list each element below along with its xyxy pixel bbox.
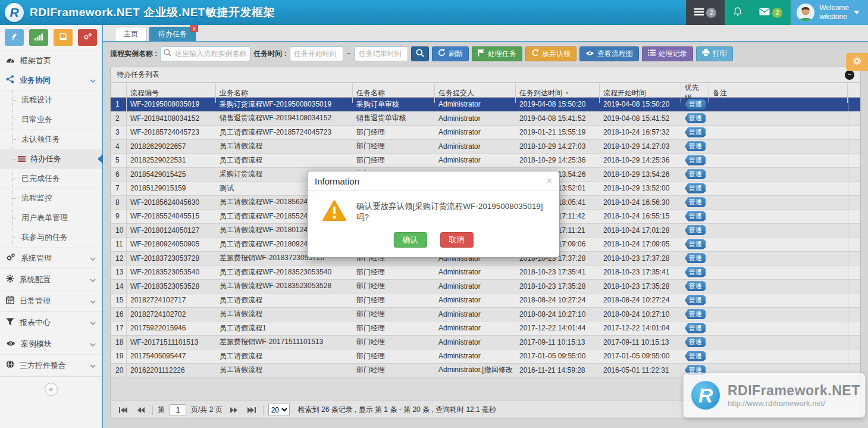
- refresh-button[interactable]: 刷新: [432, 46, 469, 61]
- dialog-message: 确认要放弃认领[采购订货流程WF-20195008035019]吗?: [356, 201, 550, 223]
- table-row[interactable]: 420182629022657员工请假流程部门经理Administrator20…: [111, 140, 860, 154]
- cell-filler: [848, 98, 860, 111]
- task-start-time-input[interactable]: [290, 46, 343, 61]
- handle-task-button[interactable]: 处理任务: [472, 46, 522, 61]
- quick-launch-bar: [0, 25, 102, 51]
- notifications-button[interactable]: [725, 0, 751, 25]
- cell-arrival: 2018-10-29 14:27:03: [516, 140, 600, 154]
- sidebar-item-user-forms[interactable]: 用户表单管理: [0, 208, 102, 228]
- cell-filler: [848, 126, 860, 139]
- cell-arrival: 2018-10-23 17:35:41: [516, 265, 600, 279]
- cell-submitter: Administrator: [435, 293, 516, 307]
- table-row[interactable]: 18WF-20171511101513差旅费报销WF-2017151110151…: [111, 336, 860, 350]
- cell-filler: [848, 321, 860, 335]
- abandon-claim-button[interactable]: 放弃认领: [525, 46, 576, 61]
- close-icon[interactable]: ×: [547, 176, 552, 186]
- prev-page-button[interactable]: [134, 404, 148, 416]
- chevron-down-icon: [90, 275, 96, 284]
- cell-arrival: 2017-12-22 14:01:44: [516, 321, 600, 335]
- dialog-title-bar[interactable]: Information ×: [308, 171, 559, 191]
- search-button[interactable]: [411, 46, 429, 61]
- sidebar-section-system-config[interactable]: 系统配置: [0, 269, 102, 290]
- handle-records-button[interactable]: 处理记录: [642, 46, 693, 61]
- sidebar-item-unclaimed-tasks[interactable]: 未认领任务: [0, 130, 102, 149]
- sidebar-group-business[interactable]: 业务协同: [0, 70, 102, 90]
- cell-arrival: 2018-08-24 10:27:24: [516, 293, 600, 307]
- cell-note: [709, 308, 848, 321]
- sidebar-section-daily-mgmt[interactable]: 日常管理: [0, 290, 102, 312]
- cell-arrival: 2018-10-29 14:25:36: [516, 154, 600, 167]
- sidebar-item-completed-tasks[interactable]: 已完成任务: [0, 169, 102, 189]
- messages-button[interactable]: 2: [686, 0, 725, 25]
- table-row[interactable]: 520182529022531员工请假流程部门经理Administrator20…: [111, 154, 860, 168]
- cell-note: [709, 154, 848, 167]
- cell-priority: 普通: [681, 182, 709, 195]
- page-size-select[interactable]: 20: [268, 404, 290, 416]
- mail-button[interactable]: 2: [751, 0, 791, 25]
- funnel-icon: [6, 318, 14, 327]
- chart-quick-button[interactable]: [29, 29, 48, 46]
- sort-icon[interactable]: ▼: [565, 90, 569, 96]
- first-page-button[interactable]: [117, 404, 130, 416]
- instance-name-input[interactable]: [160, 46, 250, 61]
- cell-submitter: Administrator: [435, 321, 516, 335]
- view-flowchart-button[interactable]: 查看流程图: [579, 46, 639, 61]
- sidebar-collapse-button[interactable]: «: [45, 383, 58, 396]
- tab-pending-tasks[interactable]: 待办任务 x: [149, 27, 196, 41]
- cell-note: [709, 182, 848, 195]
- task-end-time-input[interactable]: [355, 46, 408, 61]
- sidebar-section-sample-modules[interactable]: 案例模块: [0, 333, 102, 355]
- cell-code: 20182629022657: [127, 140, 216, 154]
- table-row[interactable]: 1720175922015946员工请假流程1部门经理Administrator…: [111, 321, 860, 336]
- priority-badge: 普通: [685, 155, 706, 165]
- search-icon: [416, 49, 424, 59]
- sidebar-item-home[interactable]: 框架首页: [0, 51, 102, 70]
- sidebar-section-third-party[interactable]: 三方控件整合: [0, 355, 102, 376]
- table-row[interactable]: 3WF-20185724045723员工请假流程WF-2018572404572…: [111, 126, 860, 140]
- table-row[interactable]: 2WF-20194108034152销售退货流程WF-2019410803415…: [111, 112, 860, 126]
- sidebar-section-system-mgmt[interactable]: 系统管理: [0, 248, 102, 269]
- cell-filler: [848, 140, 860, 154]
- table-row[interactable]: 1920175405095447员工请假流程部门经理Administrator2…: [111, 349, 860, 364]
- cell-task: 部门经理: [353, 336, 435, 349]
- table-row[interactable]: 14WF-20183523053528员工请假流程WF-201835230535…: [111, 280, 860, 294]
- cell-start: 2018-10-29 14:25:36: [600, 154, 681, 167]
- table-row[interactable]: 1620182724102702员工请假流程部门经理Administrator2…: [111, 308, 860, 322]
- tab-home[interactable]: 主页: [115, 27, 147, 41]
- print-button[interactable]: 打印: [696, 46, 733, 61]
- priority-badge: 普通: [685, 295, 706, 305]
- edit-quick-button[interactable]: [5, 29, 24, 46]
- sidebar-section-report-center[interactable]: 报表中心: [0, 312, 102, 333]
- next-page-button[interactable]: [227, 404, 240, 416]
- cancel-button[interactable]: 取消: [440, 232, 474, 248]
- sidebar-item-pending-tasks[interactable]: 待办任务: [0, 149, 102, 169]
- theme-settings-button[interactable]: [846, 53, 868, 71]
- table-row[interactable]: 1WF-20195008035019采购订货流程WF-2019500803501…: [111, 98, 860, 112]
- panel-minimize-button[interactable]: −: [845, 70, 854, 80]
- cell-code: WF-20185724045723: [127, 126, 216, 139]
- app-logo[interactable]: R: [5, 3, 24, 22]
- table-row[interactable]: 13WF-20183523053540员工请假流程WF-201835230535…: [111, 265, 860, 280]
- sidebar-item-process-design[interactable]: 流程设计: [0, 90, 102, 110]
- table-row[interactable]: 1520182724102717员工请假流程部门经理Administrator2…: [111, 293, 860, 308]
- close-icon[interactable]: x: [190, 24, 198, 32]
- cell-submitter: Administrator: [435, 349, 516, 363]
- cell-num: 10: [111, 224, 127, 238]
- avatar: [797, 4, 814, 21]
- settings-quick-button[interactable]: [78, 29, 97, 46]
- page-number-input[interactable]: [170, 404, 186, 416]
- cell-arrival: 2018-08-24 10:27:10: [516, 308, 600, 321]
- cell-task: 部门经理: [353, 265, 435, 279]
- cell-filler: [848, 182, 860, 195]
- last-page-button[interactable]: [245, 404, 258, 416]
- cell-business: 采购订货流程WF-20195008035019: [216, 98, 353, 111]
- cell-code: 20175405095447: [127, 349, 216, 363]
- instance-name-label: 流程实例名称 :: [110, 49, 157, 59]
- user-menu[interactable]: Welcomewikstone: [791, 0, 868, 25]
- sidebar-item-process-monitor[interactable]: 流程监控: [0, 189, 102, 208]
- cell-start: 2018-10-24 16:55:15: [600, 210, 681, 223]
- confirm-button[interactable]: 确认: [394, 232, 427, 248]
- sidebar-item-my-tasks[interactable]: 我参与的任务: [0, 228, 102, 248]
- book-quick-button[interactable]: [54, 29, 73, 46]
- sidebar-item-daily-business[interactable]: 日常业务: [0, 110, 102, 130]
